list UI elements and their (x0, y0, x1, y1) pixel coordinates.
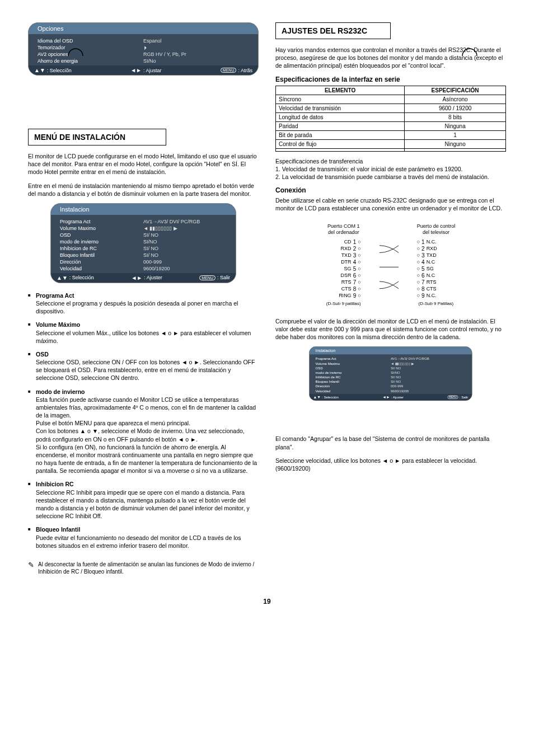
install-item-text: Seleccione OSD, seleccione ON / OFF con … (36, 359, 255, 381)
table-cell: Paridad (276, 121, 405, 130)
install-osd-panel: Instalacion Programa ActAV1→AV3/ DVI/ PC… (50, 203, 236, 283)
conn-right-title: Puerto de control del televisor (417, 223, 456, 236)
body-paragraph: Entre en el menú de instalación mantenie… (28, 182, 259, 198)
pin-row: ○6N.C (417, 273, 456, 279)
pin-label: N.C. (427, 293, 444, 298)
conn-left-title: Puerto COM 1 del ordenador (326, 223, 361, 236)
osd-row-label: Bloqueo Infantil (316, 380, 391, 384)
pin-label: RING (334, 293, 352, 298)
table-row: Longitud de datos8 bits (276, 112, 506, 121)
osd-row-label: AV2 opciones (38, 51, 143, 57)
osd-row: Volume Maximo◄ ▮▮▯▯▯▯▯▯ ▶ (60, 225, 227, 232)
osd-row-label: Volume Maximo (316, 362, 391, 366)
osd-row: Velocidad9600/19200 (60, 265, 227, 272)
table-cell: 1 (405, 130, 506, 139)
pin-number: 6 (421, 273, 425, 279)
pin-row: DTR4○ (326, 259, 361, 265)
pin-number: 3 (353, 252, 357, 259)
pin-row: ○5SG (417, 266, 456, 272)
page-number: 19 (28, 598, 506, 605)
pin-dot-icon: ○ (358, 266, 360, 271)
footer-back: MENU: Salir (199, 275, 230, 281)
install-item-text: Puede evitar el funcionamiento no desead… (36, 534, 241, 549)
pin-label: RXD (427, 246, 444, 251)
pin-number: 6 (353, 273, 357, 279)
pin-dot-icon: ○ (358, 239, 360, 245)
table-cell: Control de flujo (276, 139, 405, 148)
pin-label: SG (427, 266, 444, 271)
osd-row: Dirección000-999 (60, 259, 227, 265)
osd-row: Bloqueo InfantilSI/ NO (316, 380, 466, 384)
pin-dot-icon: ○ (417, 286, 420, 292)
osd-row-label: Volume Maximo (60, 226, 143, 231)
footer-selection: ▲▼: Selecciõn (34, 67, 72, 73)
pin-dot-icon: ○ (358, 286, 360, 292)
osd-row-label: Temorizador (38, 45, 143, 50)
menu-pill-icon: MENU (221, 68, 237, 73)
table-cell (276, 148, 405, 151)
osd-row-value: SI/ NO (391, 375, 466, 379)
osd-row: Programa ActAV1→AV3/ DVI/ PC/RGB (60, 218, 227, 225)
table-cell: Ninguno (405, 139, 506, 148)
pin-number: 1 (353, 239, 357, 245)
pin-row: TXD3○ (326, 252, 361, 259)
connection-subhead: Conexión (275, 186, 506, 194)
pin-dot-icon: ○ (417, 259, 420, 265)
osd-row-value: Espanol (143, 38, 249, 44)
pin-row: ○7RTS (417, 279, 456, 285)
table-row: SíncronoAsíncrono (276, 95, 506, 104)
install-item-text: Seleccione RC Inhibit para impedir que s… (36, 489, 250, 520)
pin-dot-icon: ○ (417, 273, 420, 278)
updown-icon: ▲▼ (57, 275, 68, 281)
pin-label: RXD (334, 246, 352, 251)
install-item-label: OSD (36, 350, 259, 358)
osd-row-value: SI/No (143, 58, 249, 64)
menu-pill-icon: MENU (447, 396, 458, 399)
pin-dot-icon: ○ (358, 246, 360, 251)
baud-text: Seleccione velocidad, utilice los botone… (275, 457, 506, 472)
table-cell (405, 148, 506, 151)
pin-label: DSR (334, 273, 352, 278)
osd-row-label: Dirección (316, 384, 391, 388)
options-osd-title: Opciones (29, 23, 258, 34)
pin-row: ○4N.C (417, 259, 456, 265)
pin-row: CD1○ (326, 239, 361, 245)
osd-row: Velocidad9600/19200 (316, 389, 466, 393)
install-item-label: Bloqueo Infantil (36, 525, 259, 533)
osd-row: modo de inviernoSI/NO (60, 238, 227, 245)
pin-number: 5 (353, 266, 357, 272)
left-column: Opciones Idioma del OSDEspanolTemorizado… (28, 22, 259, 575)
install-item-label: modo de invierno (36, 388, 259, 396)
spec-header-element: ELEMENTO (276, 86, 405, 95)
osd-row-label: OSD (316, 367, 391, 370)
table-cell: Longitud de datos (276, 112, 405, 121)
pin-dot-icon: ○ (417, 239, 420, 245)
connection-diagram: Puerto COM 1 del ordenador CD1○RXD2○TXD3… (275, 223, 506, 306)
osd-row-value: AV1→AV3/ DVI/ PC/RGB (143, 219, 227, 224)
options-osd-panel: Opciones Idioma del OSDEspanolTemorizado… (28, 22, 259, 76)
leftright-icon: ◄► (382, 396, 390, 400)
pin-dot-icon: ○ (417, 266, 420, 271)
table-row (276, 148, 506, 151)
pin-label: N.C. (427, 239, 444, 245)
osd-row: Programa ActAV1→AV3/ DVI/ PC/RGB (316, 357, 466, 361)
install-item-text: Seleccione el programa y después la posi… (36, 300, 238, 314)
pin-label: N.C (427, 259, 444, 265)
pin-row: RING9○ (326, 293, 361, 299)
footer-adjust: ◄►: Ajuster (382, 396, 404, 400)
pin-dot-icon: ○ (417, 279, 420, 285)
conn-left-sub: (D-Sub 9 patillas) (326, 301, 361, 306)
pin-label: SG (334, 266, 352, 271)
osd-row-value: 9600/19200 (391, 389, 466, 393)
table-row: Bit de parada1 (276, 130, 506, 139)
pin-row: ○8CTS (417, 286, 456, 292)
table-cell: Velocidad de transmisión (276, 104, 405, 112)
osd-row-label: Velocidad (60, 266, 143, 271)
pin-dot-icon: ○ (358, 252, 360, 258)
table-cell: Asíncrono (405, 95, 506, 104)
osd-row-value: SI/ NO (143, 252, 227, 258)
table-cell: Ninguna (405, 121, 506, 130)
pin-label: CTS (334, 286, 352, 292)
table-row: Control de flujoNinguno (276, 139, 506, 148)
osd-row-value: 9600/19200 (143, 266, 227, 271)
